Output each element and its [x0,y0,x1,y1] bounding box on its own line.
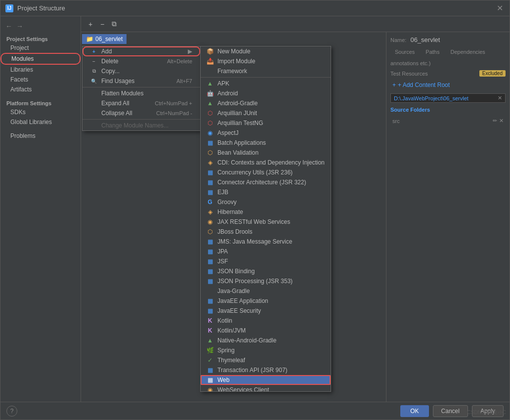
right-panel: Name: 06_servlet Sources Paths Dependenc… [386,32,510,402]
add-content-root-button[interactable]: + + Add Content Root [390,81,506,89]
watermark: CSDN @码友小C [468,409,507,416]
dialog-title: Project Structure [17,4,65,12]
submenu-jboss-drools[interactable]: ⬡ JBoss Drools [201,227,331,237]
submenu-javaee-security[interactable]: ▦ JavaEE Security [201,306,331,316]
context-menu-flatten[interactable]: Flatten Modules [83,88,200,98]
submenu-apk[interactable]: ▲ APK [201,79,331,88]
app-icon: IJ [5,4,13,12]
submenu-spring[interactable]: 🌿 Spring [201,345,331,355]
sidebar-item-global-libraries[interactable]: Global Libraries [0,117,81,127]
javaee-app-icon: ▦ [207,297,213,304]
remove-button[interactable]: − [97,19,108,30]
add-button[interactable]: + [85,19,96,30]
ejb-icon: ▦ [207,189,213,196]
submenu-connector[interactable]: ▦ Connector Architecture (JSR 322) [201,177,331,187]
copy-button[interactable]: ⧉ [109,19,120,30]
submenu-native-android[interactable]: ▲ Native-Android-Gradle [201,336,331,345]
submenu-new-module[interactable]: 📦 New Module [201,46,331,56]
import-module-icon: 📥 [207,58,213,65]
submenu-ejb[interactable]: ▦ EJB [201,187,331,197]
forward-button[interactable]: → [15,22,24,30]
submenu-concurrency[interactable]: ▦ Concurrency Utils (JSR 236) [201,168,331,177]
sidebar-item-libraries[interactable]: Libraries [0,65,81,75]
back-button[interactable]: ← [4,22,13,30]
jsf-icon: ▦ [207,258,213,265]
sidebar-item-sdks[interactable]: SDKs [0,107,81,117]
submenu-transaction-api[interactable]: ▦ Transaction API (JSR 907) [201,365,331,375]
src-row: src ✏ ✕ [390,117,506,125]
context-menu-expand-all[interactable]: Expand All Ctrl+NumPad + [83,98,200,108]
jpa-icon: ▦ [207,248,213,255]
submenu-jpa[interactable]: ▦ JPA [201,247,331,256]
tab-dependencies[interactable]: Dependencies [446,47,490,56]
cancel-button[interactable]: Cancel [433,405,468,417]
context-menu-add[interactable]: + Add ▶ [83,46,200,56]
help-button[interactable]: ? [6,406,17,417]
submenu-javaee-app[interactable]: ▦ JavaEE Application [201,296,331,306]
module-folder-icon: 📁 [86,36,93,42]
sidebar-item-artifacts[interactable]: Artifacts [0,84,81,94]
submenu-android[interactable]: 🤖 Android [201,88,331,98]
context-menu-delete[interactable]: − Delete Alt+Delete [83,56,200,66]
jax-rest-icon: ◉ [207,218,213,225]
module-tabs: Sources Paths Dependencies [390,47,506,56]
add-submenu: 📦 New Module 📥 Import Module Framework ▲ [200,46,331,392]
submenu-thymeleaf[interactable]: ✓ Thymeleaf [201,355,331,365]
source-types: annotations etc.) [390,60,506,66]
apk-icon: ▲ [207,80,213,87]
submenu-cdi[interactable]: ◈ CDI: Contexts and Dependency Injection [201,158,331,168]
tab-sources[interactable]: Sources [390,47,419,56]
submenu-aspectj[interactable]: ◉ AspectJ [201,128,331,138]
submenu-kotlin[interactable]: K Kotlin [201,316,331,326]
submenu-json-binding[interactable]: ▦ JSON Binding [201,266,331,276]
submenu-webservices-client[interactable]: ◉ WebServices Client [201,385,331,392]
submenu-import-module[interactable]: 📥 Import Module [201,56,331,66]
title-bar-left: IJ Project Structure [5,4,65,12]
submenu-framework[interactable]: Framework [201,66,331,76]
submenu-arrow: ▶ [188,48,192,55]
submenu-hibernate[interactable]: ◈ Hibernate [201,207,331,217]
submenu-batch-applications[interactable]: ▦ Batch Applications [201,138,331,148]
jboss-drools-icon: ⬡ [207,228,213,235]
context-menu-collapse-all[interactable]: Collapse All Ctrl+NumPad - [83,108,200,118]
edit-src-button[interactable]: ✏ [493,118,497,124]
submenu-arquillian-junit[interactable]: ⬡ Arquillian JUnit [201,108,331,118]
submenu-jax-rest[interactable]: ◉ JAX RESTful Web Services [201,217,331,227]
context-menu-change-names: Change Module Names... [83,121,200,130]
transaction-icon: ▦ [207,367,213,374]
add-icon: + [90,48,97,55]
ok-button[interactable]: OK [400,405,428,417]
copy-icon: ⧉ [90,68,97,75]
sidebar-item-facets[interactable]: Facets [0,75,81,84]
submenu-json-processing[interactable]: ▦ JSON Processing (JSR 353) [201,276,331,286]
sidebar-item-modules[interactable]: Modules [0,53,81,65]
submenu-bean-validation[interactable]: ⬡ Bean Validation [201,148,331,158]
submenu-groovy[interactable]: G Groovy [201,197,331,207]
submenu-jsf[interactable]: ▦ JSF [201,256,331,266]
separator-1 [83,87,200,87]
sidebar-item-project[interactable]: Project [0,43,81,53]
path-bar: D:\.JavaWebProject\06_servlet ✕ [390,93,506,103]
submenu-jms[interactable]: ▦ JMS: Java Message Service [201,237,331,247]
submenu-android-gradle[interactable]: ▲ Android-Gradle [201,98,331,108]
submenu-web[interactable]: ▦ Web [201,375,331,385]
delete-icon: − [90,58,97,65]
close-button[interactable]: ✕ [495,3,505,13]
cdi-icon: ◈ [207,159,213,166]
context-menu-find-usages[interactable]: 🔍 Find Usages Alt+F7 [83,76,200,86]
batch-icon: ▦ [207,139,213,146]
submenu-kotlin-jvm[interactable]: K Kotlin/JVM [201,326,331,336]
submenu-arquillian-testng[interactable]: ⬡ Arquillian TestNG [201,118,331,128]
close-path-button[interactable]: ✕ [498,95,502,101]
toolbar: + − ⧉ [81,16,510,32]
context-menu-copy[interactable]: ⧉ Copy... [83,66,200,76]
arquillian-testng-icon: ⬡ [207,120,213,126]
project-structure-dialog: IJ Project Structure ✕ ← → Project Setti… [0,0,510,420]
tab-paths[interactable]: Paths [421,47,444,56]
remove-src-button[interactable]: ✕ [499,118,504,124]
add-content-root-icon: + [392,82,396,88]
module-tree-item[interactable]: 📁 06_servlet [82,34,127,44]
sidebar-item-problems[interactable]: Problems [0,131,81,141]
test-resources-label: Test Resources [390,71,428,77]
submenu-java-gradle[interactable]: Java-Gradle [201,286,331,296]
